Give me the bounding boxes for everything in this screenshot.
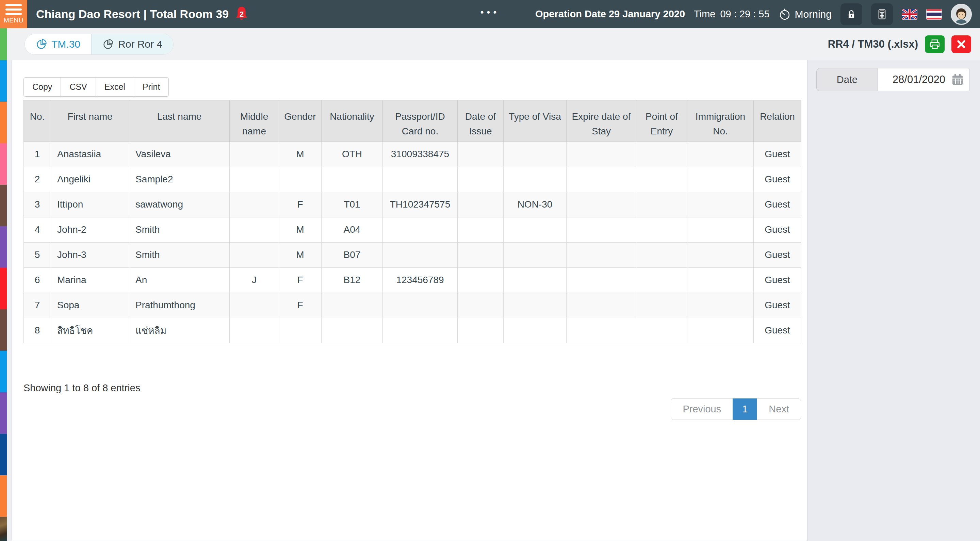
print-report-button[interactable] [925,35,945,53]
overflow-dots-icon[interactable]: ••• [480,7,500,18]
next-page-button[interactable]: Next [757,398,801,420]
close-button[interactable] [951,35,971,53]
sidebar-stripe[interactable] [0,309,7,351]
tab-label: Ror Ror 4 [118,38,162,50]
table-row: 1AnastasiiaVasilevaMOTH31009338475Guest [24,142,801,167]
table-cell: F [279,192,321,217]
calendar-icon[interactable] [951,73,964,86]
table-cell [566,142,636,167]
tab-ror-ror-4[interactable]: Ror Ror 4 [91,34,173,54]
date-value: 28/01/2020 [892,73,945,86]
copy-button[interactable]: Copy [24,77,61,97]
table-cell: 7 [24,293,51,318]
sidebar-stripe[interactable] [0,351,7,392]
table-cell: Prathumthong [129,293,230,318]
column-header[interactable]: Immigration No. [687,100,754,142]
table-cell: Guest [754,293,801,318]
lock-button[interactable] [840,3,862,25]
table-cell [687,293,754,318]
sidebar-stripe[interactable] [0,28,7,60]
sidebar-stripe[interactable] [0,434,7,475]
calculator-button[interactable] [871,3,893,25]
pie-chart-icon [102,38,114,50]
column-header[interactable]: Type of Visa [504,100,566,142]
column-header[interactable]: Last name [129,100,230,142]
column-header[interactable]: Gender [279,100,321,142]
stripe-column [0,28,7,541]
table-cell [504,167,566,192]
tab-tm30[interactable]: TM.30 [25,34,91,54]
table-cell: Vasileva [129,142,230,167]
table-cell: Smith [129,217,230,242]
table-cell: แซ่หลิม [129,318,230,343]
sidebar-stripe[interactable] [0,226,7,268]
table-row: 7SopaPrathumthongFGuest [24,293,801,318]
table-cell [504,242,566,267]
column-header[interactable]: Relation [754,100,801,142]
column-header[interactable]: Expire date of Stay [566,100,636,142]
table-cell [504,293,566,318]
table-cell: Ittipon [51,192,129,217]
close-icon [955,38,967,50]
sidebar-stripe[interactable] [0,268,7,309]
table-cell [636,142,687,167]
table-cell [321,293,383,318]
table-cell [230,167,279,192]
notification-bell-icon[interactable]: 2 [234,6,249,22]
date-input[interactable]: 28/01/2020 [878,68,969,91]
table-cell: 3 [24,192,51,217]
table-cell [279,318,321,343]
table-cell [458,293,504,318]
sidebar-stripe[interactable] [0,392,7,434]
export-file-title: RR4 / TM30 (.xlsx) [828,38,918,50]
table-cell [566,217,636,242]
table-cell: TH102347575 [383,192,458,217]
sidebar-stripe[interactable] [0,185,7,226]
column-header[interactable]: First name [51,100,129,142]
column-header[interactable]: Point of Entry [636,100,687,142]
photo-thumbnail[interactable] [0,517,7,541]
previous-page-button[interactable]: Previous [671,398,733,420]
uk-flag-icon[interactable] [902,9,917,20]
table-cell: A04 [321,217,383,242]
sidebar-stripe[interactable] [0,102,7,143]
table-cell: M [279,217,321,242]
table-cell [383,318,458,343]
table-cell [504,217,566,242]
table-cell: 4 [24,217,51,242]
column-header[interactable]: Passport/ID Card no. [383,100,458,142]
menu-button[interactable]: MENU [0,0,27,28]
sidebar-stripe[interactable] [0,475,7,517]
table-header-row: No.First nameLast nameMiddle nameGenderN… [24,100,801,142]
table-cell: Guest [754,192,801,217]
operation-date: Operation Date 29 January 2020 [535,8,685,20]
sidebar-stripe[interactable] [0,143,7,185]
column-header[interactable]: Date of Issue [458,100,504,142]
table-cell: 1 [24,142,51,167]
table-cell: 8 [24,318,51,343]
table-cell [636,192,687,217]
sidebar-stripe[interactable] [0,60,7,102]
user-avatar[interactable] [951,4,972,25]
printer-icon [929,38,941,50]
table-cell [458,192,504,217]
column-header[interactable]: Middle name [230,100,279,142]
tab-label: TM.30 [51,38,80,50]
column-header[interactable]: No. [24,100,51,142]
csv-button[interactable]: CSV [60,77,95,97]
table-cell [383,293,458,318]
column-header[interactable]: Nationality [321,100,383,142]
table-cell: 6 [24,267,51,293]
table-cell: John-2 [51,217,129,242]
excel-button[interactable]: Excel [95,77,134,97]
print-button[interactable]: Print [134,77,169,97]
page-1-button[interactable]: 1 [733,398,757,420]
table-cell: Smith [129,242,230,267]
table-cell [566,318,636,343]
table-cell: Guest [754,167,801,192]
table-cell [636,318,687,343]
table-cell: B12 [321,267,383,293]
thai-flag-icon[interactable] [926,9,942,20]
table-cell [230,142,279,167]
date-filter: Date 28/01/2020 [816,68,969,91]
